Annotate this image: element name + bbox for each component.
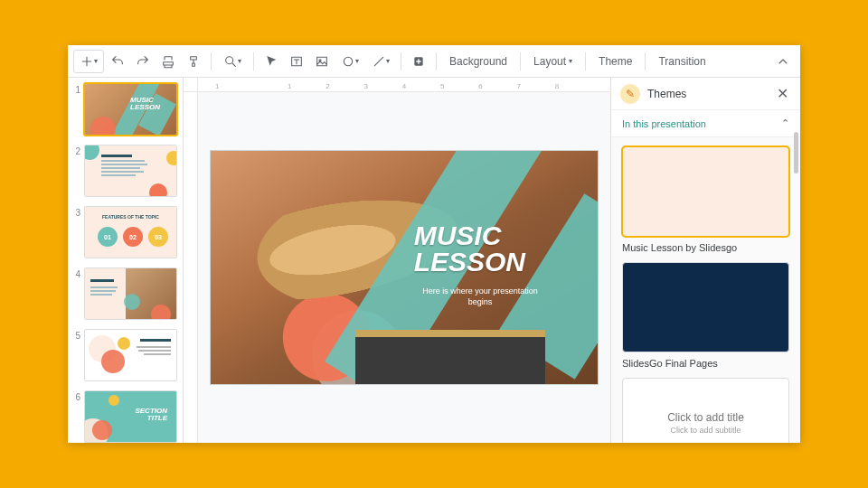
select-tool[interactable] [259, 50, 283, 73]
slide-editor[interactable]: 1 12 34 56 78 MUSIC LESSON [184, 78, 610, 443]
transition-label: Transition [658, 55, 705, 68]
slide-thumbnail[interactable]: 5 [71, 329, 177, 381]
slide-thumbnail-panel[interactable]: 1 MUSIC LESSON 2 [68, 78, 184, 443]
themes-panel: ✎ Themes ✕ In this presentation ⌃ Music … [610, 78, 800, 443]
transition-button[interactable]: Transition [651, 50, 712, 73]
theme-label: Music Lesson by Slidesgo [622, 242, 789, 253]
themes-section-header[interactable]: In this presentation ⌃ [611, 110, 800, 136]
collapse-toolbar-button[interactable] [771, 50, 795, 73]
thumb3-heading: FEATURES OF THE TOPIC [85, 214, 176, 220]
horizontal-ruler: 1 12 34 56 78 [198, 78, 610, 92]
slide-title[interactable]: MUSIC LESSON [414, 223, 525, 275]
slide-subtitle[interactable]: Here is where your presentation begins [417, 286, 543, 307]
shape-tool[interactable]: ▾ [335, 50, 364, 73]
ruler-corner [184, 78, 198, 92]
slide-thumbnail[interactable]: 3 FEATURES OF THE TOPIC 01 02 03 [71, 206, 177, 258]
svg-point-4 [344, 57, 352, 65]
slides-app: ▾ ▾ ▾ ▾ [68, 45, 800, 443]
slide-number: 3 [71, 206, 80, 218]
line-tool[interactable]: ▾ [366, 50, 395, 73]
themes-title: Themes [647, 88, 766, 100]
layout-label: Layout [533, 55, 566, 68]
theme-card[interactable]: Click to add title Click to add subtitle [622, 378, 789, 443]
theme-placeholder-title: Click to add title [667, 411, 744, 424]
comment-button[interactable] [407, 50, 430, 73]
theme-card[interactable]: SlidesGo Final Pages [622, 262, 789, 369]
slide-number: 4 [71, 267, 80, 279]
themes-section-label: In this presentation [622, 118, 706, 129]
theme-button[interactable]: Theme [591, 50, 639, 73]
layout-button[interactable]: Layout▾ [526, 50, 580, 73]
palette-icon: ✎ [620, 84, 640, 104]
chevron-up-icon: ⌃ [781, 117, 789, 129]
theme-placeholder-subtitle: Click to add subtitle [670, 426, 741, 435]
theme-label: SlidesGo Final Pages [622, 358, 789, 369]
image-tool[interactable] [310, 50, 334, 73]
background-label: Background [449, 55, 507, 68]
toolbar: ▾ ▾ ▾ ▾ [68, 45, 800, 78]
vertical-ruler [184, 92, 198, 443]
print-button[interactable] [156, 50, 180, 73]
slide-thumbnail[interactable]: 6 SECTION TITLE [71, 390, 177, 443]
undo-button[interactable] [106, 50, 129, 73]
themes-header: ✎ Themes ✕ [611, 78, 800, 110]
textbox-tool[interactable] [285, 50, 308, 73]
paint-format-button[interactable] [182, 50, 205, 73]
slide-thumbnail[interactable]: 2 [71, 145, 177, 197]
svg-rect-2 [317, 57, 327, 65]
slide-thumbnail[interactable]: 1 MUSIC LESSON [71, 83, 177, 136]
main-area: 1 MUSIC LESSON 2 [68, 78, 800, 443]
slide-number: 6 [71, 390, 80, 402]
svg-point-0 [226, 56, 233, 63]
themes-list[interactable]: Music Lesson by Slidesgo SlidesGo Final … [611, 136, 800, 443]
close-themes-button[interactable]: ✕ [773, 85, 791, 103]
slide-thumbnail[interactable]: 4 [71, 267, 177, 320]
slide-number: 5 [71, 329, 80, 341]
zoom-button[interactable]: ▾ [217, 50, 248, 73]
theme-label: Theme [599, 55, 632, 68]
slide-canvas[interactable]: MUSIC LESSON Here is where your presenta… [210, 150, 599, 385]
thumb-title-2: LESSON [130, 103, 160, 111]
slide-number: 2 [71, 145, 80, 156]
slide-number: 1 [71, 83, 80, 95]
slide-image-amp [355, 330, 545, 384]
svg-point-3 [319, 59, 321, 61]
redo-button[interactable] [131, 50, 155, 73]
background-button[interactable]: Background [442, 50, 514, 73]
theme-card[interactable]: Music Lesson by Slidesgo [622, 146, 789, 253]
scrollbar-thumb[interactable] [794, 132, 798, 174]
new-slide-button[interactable]: ▾ [73, 50, 104, 73]
